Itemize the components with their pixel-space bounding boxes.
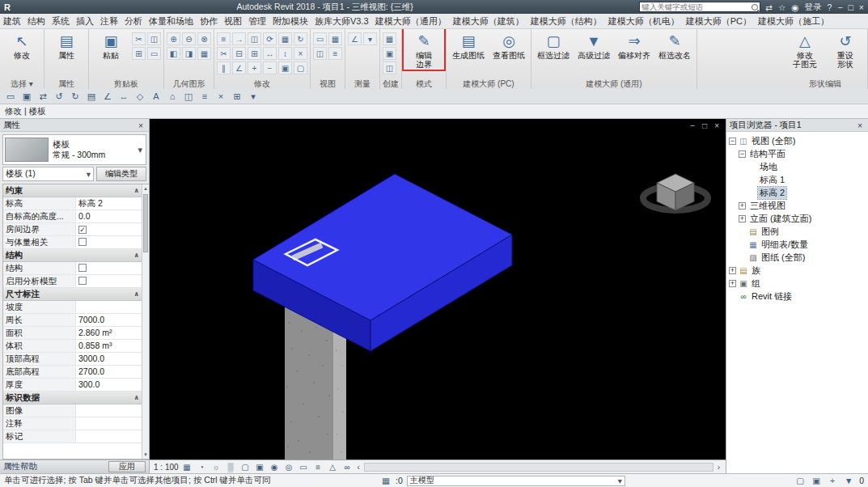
tree-item-elevations[interactable]: +立面 (建筑立面) bbox=[726, 212, 868, 225]
close-icon[interactable]: × bbox=[136, 121, 146, 130]
help-icon[interactable]: ? bbox=[828, 2, 832, 12]
view-tool-icon[interactable]: ▦ bbox=[328, 32, 342, 45]
context-tab-label[interactable]: 修改 | 楼板 bbox=[5, 106, 46, 117]
redo-icon[interactable]: ↻ bbox=[69, 90, 82, 103]
ribbon-tab-13[interactable]: 建模大师（建筑） bbox=[450, 14, 527, 28]
geometry-tool-icon[interactable]: ⊕ bbox=[167, 32, 180, 45]
tag-icon[interactable]: ◇ bbox=[133, 90, 146, 103]
worksets-icon[interactable]: ▦ bbox=[380, 476, 392, 485]
apply-button[interactable]: 应用 bbox=[108, 461, 146, 472]
tree-item-legends[interactable]: ▤图例 bbox=[726, 225, 868, 238]
type-selector[interactable]: 楼板 常规 - 300mm ▾ bbox=[2, 134, 146, 165]
properties-button[interactable]: ▤属性 bbox=[47, 30, 86, 60]
view-tool-icon[interactable]: ≡ bbox=[328, 47, 342, 60]
generate-sheet-button[interactable]: ▤生成图纸 bbox=[449, 30, 488, 60]
expand-icon[interactable]: + bbox=[729, 267, 736, 274]
modify-tool-icon[interactable]: ⊞ bbox=[248, 47, 261, 60]
properties-scrollbar[interactable]: ▴ ▾ bbox=[142, 184, 149, 459]
link-select-icon[interactable]: ▢ bbox=[794, 476, 806, 485]
temporary-view-properties-icon[interactable]: ≡ bbox=[312, 463, 324, 472]
tree-item-views-root[interactable]: −◫视图 (全部) bbox=[726, 134, 868, 147]
geometry-tool-icon[interactable]: ⊖ bbox=[182, 32, 196, 45]
scroll-right-icon[interactable]: › bbox=[716, 463, 722, 472]
tree-item-families[interactable]: +▤族 bbox=[726, 264, 868, 277]
ribbon-tab-1[interactable]: 结构 bbox=[24, 14, 49, 28]
create-tool-icon[interactable]: ▦ bbox=[383, 32, 396, 45]
login-label[interactable]: 登录 bbox=[805, 2, 822, 13]
checkbox[interactable] bbox=[78, 264, 87, 272]
advanced-filter-button[interactable]: ▼高级过滤 bbox=[574, 30, 613, 60]
paste-button[interactable]: ▣粘贴 bbox=[91, 30, 130, 60]
ribbon-tab-7[interactable]: 协作 bbox=[197, 14, 221, 28]
minimize-icon[interactable]: − bbox=[837, 2, 842, 12]
modify-tool-icon[interactable]: ⊟ bbox=[232, 47, 246, 60]
print-icon[interactable]: ▤ bbox=[85, 90, 98, 103]
search-input[interactable] bbox=[641, 2, 752, 11]
collapse-icon[interactable]: − bbox=[729, 138, 736, 145]
save-icon[interactable]: ▣ bbox=[20, 90, 33, 103]
property-value[interactable]: 2700.0 bbox=[76, 366, 142, 378]
constraints-icon[interactable]: ∞ bbox=[341, 463, 354, 472]
design-options-select[interactable]: 主模型 ▾ bbox=[407, 476, 625, 486]
view-tool-icon[interactable]: ◫ bbox=[313, 47, 327, 60]
aligned-dimension-icon[interactable]: ↔ bbox=[117, 90, 130, 103]
scrollbar-thumb[interactable] bbox=[143, 194, 148, 252]
modify-tool-icon[interactable]: ↕ bbox=[278, 47, 292, 60]
ribbon-tab-2[interactable]: 系统 bbox=[49, 14, 73, 28]
property-value[interactable] bbox=[76, 223, 142, 235]
property-value[interactable] bbox=[76, 430, 142, 443]
view-sheet-button[interactable]: ◎查看图纸 bbox=[489, 30, 528, 60]
ribbon-tab-10[interactable]: 附加模块 bbox=[269, 14, 311, 28]
property-value[interactable] bbox=[76, 275, 142, 287]
ribbon-tab-0[interactable]: 建筑 bbox=[0, 14, 24, 28]
ribbon-tab-6[interactable]: 体量和场地 bbox=[146, 14, 197, 28]
instance-filter-select[interactable]: 楼板 (1) ▾ bbox=[2, 167, 94, 181]
crop-view-icon[interactable]: ▢ bbox=[239, 463, 252, 472]
scroll-down-icon[interactable]: ▾ bbox=[142, 451, 149, 458]
view-minimize-icon[interactable]: − bbox=[690, 121, 695, 130]
tree-item-site[interactable]: 场地 bbox=[726, 160, 868, 173]
ribbon-tab-17[interactable]: 建模大师（施工） bbox=[755, 14, 832, 28]
modify-tool-icon[interactable]: ✂ bbox=[217, 47, 231, 60]
modify-tool-icon[interactable]: ↻ bbox=[294, 32, 307, 45]
create-tool-icon[interactable]: ▣ bbox=[383, 47, 396, 60]
modify-tool-icon[interactable]: ⟳ bbox=[263, 32, 277, 45]
view-scale[interactable]: 1 : 100 bbox=[154, 463, 179, 472]
collapse-icon[interactable]: − bbox=[739, 150, 746, 158]
geometry-tool-icon[interactable]: ◨ bbox=[182, 47, 196, 60]
tree-item-schedules[interactable]: ▦明细表/数量 bbox=[726, 238, 868, 251]
modify-tool-icon[interactable]: + bbox=[248, 61, 261, 74]
edit-boundary-button[interactable]: ✎编辑边界 bbox=[404, 30, 443, 69]
undo-icon[interactable]: ↺ bbox=[53, 90, 66, 103]
shadows-icon[interactable]: ▒ bbox=[225, 463, 237, 472]
tree-item-3d-views[interactable]: +三维视图 bbox=[726, 199, 868, 212]
reset-shape-button[interactable]: ↺重设形状 bbox=[826, 30, 865, 69]
geometry-tool-icon[interactable]: ⊗ bbox=[197, 32, 211, 45]
measure-tool-icon[interactable]: ∠ bbox=[348, 32, 362, 45]
tree-item-level-1[interactable]: 标高 1 bbox=[726, 173, 868, 186]
geometry-tool-icon[interactable]: ▦ bbox=[197, 47, 211, 60]
property-value[interactable]: 标高 2 bbox=[76, 197, 142, 210]
modify-tool-icon[interactable]: − bbox=[263, 61, 277, 74]
star-icon[interactable]: ☆ bbox=[778, 2, 785, 12]
close-icon[interactable]: × bbox=[859, 2, 864, 12]
box-filter-button[interactable]: ▢框选过滤 bbox=[534, 30, 573, 60]
scroll-up-icon[interactable]: ▴ bbox=[142, 185, 149, 192]
drag-select-icon[interactable]: + bbox=[827, 476, 838, 485]
property-value[interactable]: 0.858 m³ bbox=[76, 340, 142, 352]
checkbox[interactable] bbox=[78, 238, 87, 246]
default-3d-view-icon[interactable]: ⌂ bbox=[166, 90, 179, 103]
temporary-hide-icon[interactable]: ◉ bbox=[269, 463, 281, 472]
property-value[interactable] bbox=[76, 262, 142, 274]
collapse-icon[interactable]: ∧ bbox=[134, 394, 140, 401]
text-icon[interactable]: A bbox=[150, 90, 163, 103]
customize-qat-icon[interactable]: ▾ bbox=[247, 90, 260, 103]
drawing-area[interactable]: − □ × bbox=[150, 119, 726, 459]
search-icon[interactable] bbox=[752, 4, 758, 11]
offset-align-button[interactable]: ⇒偏移对齐 bbox=[615, 30, 654, 60]
geometry-tool-icon[interactable]: ◧ bbox=[167, 47, 180, 60]
ribbon-tab-4[interactable]: 注释 bbox=[97, 14, 121, 28]
modify-tool-icon[interactable]: × bbox=[294, 47, 307, 60]
property-value[interactable]: 2.860 m² bbox=[76, 327, 142, 339]
chevron-down-icon[interactable]: ▾ bbox=[136, 145, 144, 155]
